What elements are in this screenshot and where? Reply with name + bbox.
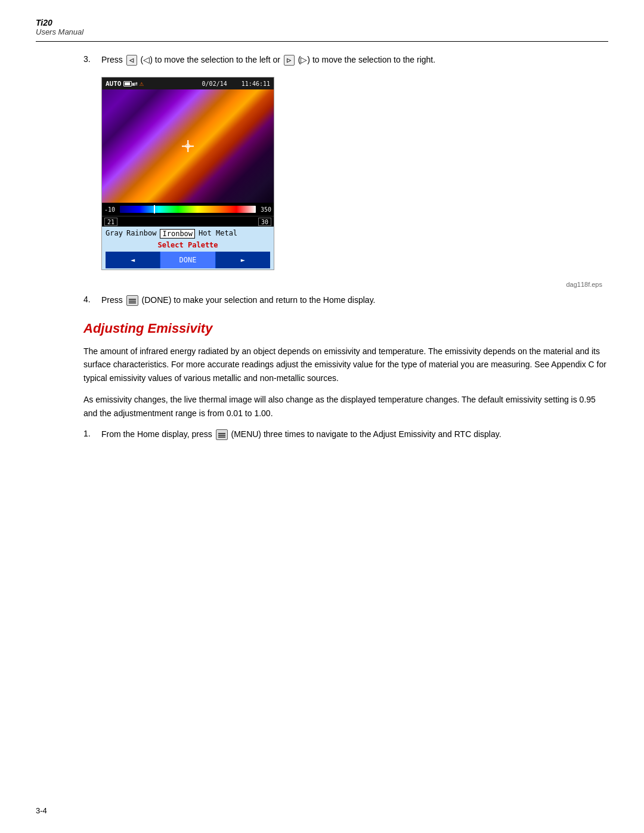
palette-ironbow[interactable]: Ironbow — [160, 229, 195, 239]
cam-palette-left-btn[interactable]: ◄ — [106, 252, 160, 268]
step-4-menu-icon — [126, 295, 138, 306]
page-footer: 3-4 — [36, 806, 47, 815]
cam-palette-buttons: ◄ DONE ► — [106, 252, 270, 268]
sub-step-1-number: 1. — [83, 428, 101, 438]
content-area: 3. Press ◁ (◁) to move the selection to … — [83, 54, 608, 441]
cam-battery-fill — [125, 82, 131, 85]
cam-date: 0/02/14 — [202, 80, 227, 87]
body-para-1: The amount of infrared energy radiated b… — [83, 345, 608, 385]
figure-caption: dag118f.eps — [83, 281, 608, 288]
sub-step-1-menu-icon — [216, 429, 228, 440]
cam-scale-right: 350 — [258, 206, 271, 213]
header-rule — [36, 41, 608, 42]
cam-palette-area: Gray Rainbow Ironbow Hot Metal Select Pa… — [102, 227, 274, 270]
cam-status-left: AUTO ⇄ ⚠ — [106, 79, 200, 88]
cam-scale-bar: -10 350 — [102, 203, 274, 216]
cam-palette-right-btn[interactable]: ► — [216, 252, 270, 268]
cam-scale-left: -10 — [104, 206, 117, 213]
sub-step-1-before: From the Home display, press — [101, 429, 212, 439]
step-4-press-label: Press — [101, 295, 123, 305]
cam-arrows-icon: ⇄ — [134, 79, 138, 88]
step-4-text: Press (DONE) to make your selection and … — [101, 294, 376, 306]
step-3-number: 3. — [83, 54, 101, 64]
step-4-number: 4. — [83, 294, 101, 304]
cam-palette-items: Gray Rainbow Ironbow Hot Metal — [106, 229, 270, 239]
palette-hotmetal[interactable]: Hot Metal — [199, 229, 237, 239]
step-3-after-text: (▷) to move the selection to the right. — [298, 55, 435, 64]
step-4-after-text: (DONE) to make your selection and return… — [142, 295, 376, 305]
step-3: 3. Press ◁ (◁) to move the selection to … — [83, 54, 608, 66]
cam-warning-icon: ⚠ — [140, 79, 144, 88]
page-header: Ti20 Users Manual — [36, 18, 608, 36]
cam-battery-icon — [123, 81, 132, 86]
cam-time: 11:46:11 — [242, 80, 270, 87]
body-para-2: As emissivity changes, the live thermal … — [83, 393, 608, 420]
cam-numrow: 21 30 — [102, 216, 274, 227]
cam-thermal-image — [102, 89, 274, 203]
cam-crosshair — [182, 140, 194, 152]
page-number: 3-4 — [36, 806, 47, 815]
header-title: Ti20 — [36, 18, 608, 27]
cam-num-left: 21 — [104, 218, 117, 226]
sub-step-1-after: (MENU) three times to navigate to the Ad… — [231, 429, 501, 439]
cam-statusbar: AUTO ⇄ ⚠ 0/02/14 11:46:11 — [102, 78, 274, 89]
cam-color-scale — [120, 206, 256, 213]
cam-num-right: 30 — [258, 218, 271, 226]
step-4: 4. Press (DONE) to make your selection a… — [83, 294, 608, 306]
palette-rainbow[interactable]: Rainbow — [126, 229, 157, 239]
palette-gray[interactable]: Gray — [106, 229, 123, 239]
section-heading: Adjusting Emissivity — [83, 321, 608, 336]
sub-step-1-text: From the Home display, press (MENU) thre… — [101, 428, 501, 441]
step-3-text: Press ◁ (◁) to move the selection to the… — [101, 54, 435, 66]
section-steps: 1. From the Home display, press (MENU) t… — [83, 428, 608, 441]
cam-scale-marker — [154, 205, 155, 213]
left-arrow-button-icon: ◁ — [126, 55, 137, 66]
cam-palette-done-btn[interactable]: DONE — [160, 252, 215, 268]
step-3-press-label: Press — [101, 55, 123, 64]
cam-status-right: 0/02/14 11:46:11 — [202, 80, 270, 87]
right-arrow-button-icon: ▷ — [284, 55, 295, 66]
page-container: Ti20 Users Manual 3. Press ◁ (◁) to move… — [0, 0, 644, 833]
header-subtitle: Users Manual — [36, 27, 608, 36]
camera-screenshot: AUTO ⇄ ⚠ 0/02/14 11:46:11 — [101, 77, 274, 270]
step-3-mid-text: (◁) to move the selection to the left or — [141, 55, 283, 64]
cam-crosshair-circle — [185, 144, 190, 148]
cam-palette-title: Select Palette — [106, 241, 270, 249]
cam-auto-label: AUTO — [106, 80, 122, 88]
sub-step-1: 1. From the Home display, press (MENU) t… — [83, 428, 608, 441]
